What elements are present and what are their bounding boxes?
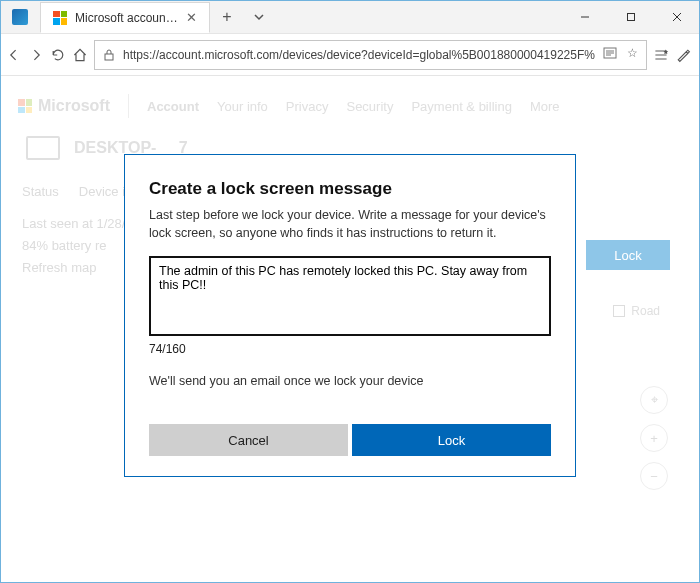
lock-icon: [103, 49, 115, 61]
tabs-dropdown-icon[interactable]: [244, 0, 274, 33]
forward-button[interactable]: [28, 38, 44, 72]
new-tab-button[interactable]: +: [210, 0, 244, 33]
app-icon: [0, 0, 40, 33]
reader-icon[interactable]: [603, 46, 617, 63]
tab-title: Microsoft account | Dev: [75, 11, 178, 25]
svg-rect-1: [628, 13, 635, 20]
svg-rect-4: [105, 54, 113, 60]
home-button[interactable]: [72, 38, 88, 72]
modal-title: Create a lock screen message: [149, 179, 551, 199]
modal-overlay: Create a lock screen message Last step b…: [0, 76, 700, 583]
address-bar[interactable]: https://account.microsoft.com/devices/de…: [94, 40, 647, 70]
titlebar: Microsoft account | Dev ✕ +: [0, 0, 700, 34]
url-text: https://account.microsoft.com/devices/de…: [123, 48, 595, 62]
modal-description: Last step before we lock your device. Wr…: [149, 207, 551, 242]
close-tab-icon[interactable]: ✕: [186, 10, 197, 25]
close-window-button[interactable]: [654, 0, 700, 33]
back-button[interactable]: [6, 38, 22, 72]
microsoft-favicon: [53, 11, 67, 25]
favorites-hub-icon[interactable]: [653, 40, 669, 70]
notes-icon[interactable]: [675, 40, 691, 70]
navbar: https://account.microsoft.com/devices/de…: [0, 34, 700, 76]
window-controls: [562, 0, 700, 33]
email-note: We'll send you an email once we lock you…: [149, 374, 551, 388]
favorite-icon[interactable]: ☆: [627, 46, 638, 63]
lock-message-modal: Create a lock screen message Last step b…: [124, 154, 576, 477]
cancel-button[interactable]: Cancel: [149, 424, 348, 456]
browser-tab[interactable]: Microsoft account | Dev ✕: [40, 2, 210, 33]
lock-message-input[interactable]: [149, 256, 551, 336]
maximize-button[interactable]: [608, 0, 654, 33]
lock-button[interactable]: Lock: [352, 424, 551, 456]
minimize-button[interactable]: [562, 0, 608, 33]
char-counter: 74/160: [149, 342, 551, 356]
refresh-button[interactable]: [50, 38, 66, 72]
